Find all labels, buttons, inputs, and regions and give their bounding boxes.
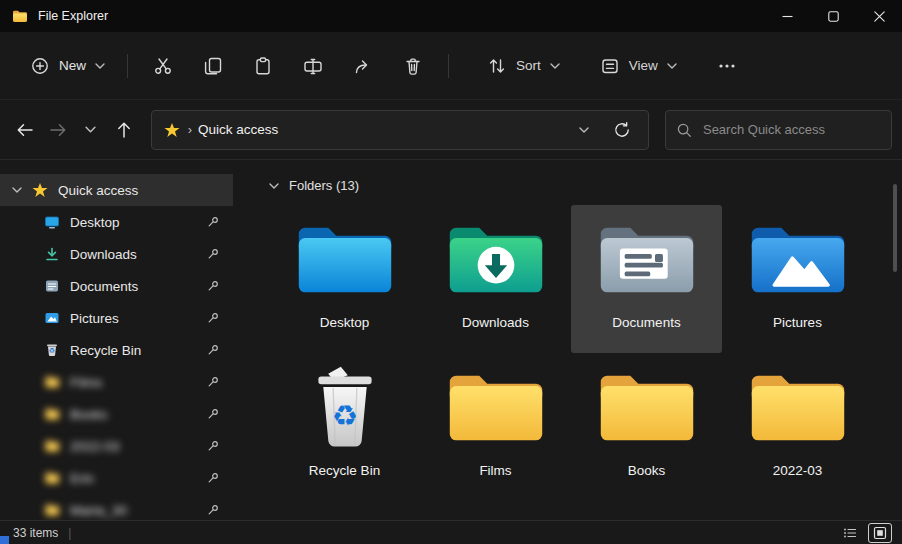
pin-icon [207, 248, 219, 260]
thumbnail-view-icon [873, 526, 887, 540]
recycle-bin-icon: ♻ [303, 360, 387, 452]
pin-icon [207, 216, 219, 228]
paste-button[interactable] [241, 47, 285, 85]
folder-icon [747, 366, 849, 446]
view-button[interactable]: View [588, 47, 689, 85]
up-button[interactable] [108, 113, 141, 147]
documents-icon [44, 278, 60, 294]
folder-tile-pictures[interactable]: Pictures [722, 205, 873, 353]
sidebar-item-label: Erin [70, 471, 94, 486]
pictures-icon [44, 310, 60, 326]
view-toggle-group [838, 523, 892, 543]
sidebar-item-pinned-folder[interactable]: Erin [0, 462, 233, 494]
folder-tile-label: 2022-03 [773, 463, 823, 478]
sidebar-item-pinned-folder[interactable]: Films [0, 366, 233, 398]
folder-tile-desktop[interactable]: Desktop [269, 205, 420, 353]
sidebar-item-pictures[interactable]: Pictures [0, 302, 233, 334]
chevron-down-icon [85, 126, 96, 133]
sidebar-item-label: Documents [70, 279, 138, 294]
sidebar-item-label: Marta_30 [70, 503, 127, 518]
pin-icon [207, 280, 219, 292]
forward-button[interactable] [41, 113, 74, 147]
sidebar-item-documents[interactable]: Documents [0, 270, 233, 302]
toolbar-separator [127, 54, 128, 78]
sidebar-item-downloads[interactable]: Downloads [0, 238, 233, 270]
maximize-icon [828, 11, 839, 22]
cut-button[interactable] [141, 47, 185, 85]
close-button[interactable] [856, 0, 902, 32]
folder-tile-books[interactable]: Books [571, 353, 722, 501]
search-icon [676, 122, 692, 138]
copy-button[interactable] [191, 47, 235, 85]
rename-button[interactable] [291, 47, 335, 85]
back-button[interactable] [8, 113, 41, 147]
pin-icon [207, 376, 219, 388]
pin-icon [207, 504, 219, 516]
folder-tile-label: Documents [612, 315, 680, 330]
folder-tile-recycle-bin[interactable]: ♻ Recycle Bin [269, 353, 420, 501]
folder-tile-label: Downloads [462, 315, 529, 330]
vertical-scrollbar-thumb[interactable] [893, 184, 897, 272]
sidebar-item-label: Quick access [58, 183, 138, 198]
window-title: File Explorer [38, 9, 108, 23]
folder-tile-2022-03[interactable]: 2022-03 [722, 353, 873, 501]
desktop-fragment [0, 536, 9, 544]
refresh-icon [613, 121, 631, 139]
folder-tile-label: Pictures [773, 315, 822, 330]
folder-tile-label: Books [628, 463, 666, 478]
folder-tile-label: Films [479, 463, 511, 478]
sidebar-item-label: Pictures [70, 311, 119, 326]
address-dropdown-button[interactable] [572, 118, 596, 142]
new-button[interactable]: New [18, 47, 117, 85]
sidebar-item-quick-access[interactable]: Quick access [0, 174, 233, 206]
more-button[interactable] [705, 47, 749, 85]
sidebar-item-pinned-folder[interactable]: Books [0, 398, 233, 430]
pin-icon [207, 440, 219, 452]
scissors-icon [153, 56, 173, 76]
redacted-folder-entry: Books [44, 406, 108, 422]
documents-folder-icon [596, 218, 698, 298]
titlebar: File Explorer [0, 0, 902, 32]
rename-icon [303, 56, 323, 76]
folder-tile-label: Recycle Bin [309, 463, 380, 478]
sidebar-item-pinned-folder[interactable]: 2022-03 [0, 430, 233, 462]
maximize-button[interactable] [810, 0, 856, 32]
content-area: Quick access Desktop Downloads [0, 160, 902, 520]
delete-button[interactable] [391, 47, 435, 85]
collapse-chevron-icon[interactable] [269, 183, 279, 189]
folder-tile-downloads[interactable]: Downloads [420, 205, 571, 353]
close-icon [874, 11, 885, 22]
search-input[interactable] [701, 121, 881, 138]
refresh-button[interactable] [606, 114, 638, 146]
quick-access-star-icon [164, 122, 180, 138]
svg-text:♻: ♻ [49, 347, 55, 355]
view-button-label: View [629, 58, 658, 73]
details-view-button[interactable] [838, 523, 862, 543]
folder-icon [596, 366, 698, 446]
sidebar-item-pinned-folder[interactable]: Marta_30 [0, 494, 233, 520]
downloads-folder-icon [445, 218, 547, 298]
desktop-icon [44, 214, 60, 230]
recent-locations-button[interactable] [74, 113, 107, 147]
pictures-folder-icon [747, 218, 849, 298]
minimize-button[interactable] [764, 0, 810, 32]
address-bar[interactable]: › Quick access [151, 110, 649, 150]
sort-button[interactable]: Sort [475, 47, 572, 85]
toolbar: New [0, 32, 902, 100]
folder-icon [44, 406, 60, 422]
share-button[interactable] [341, 47, 385, 85]
folder-tile-films[interactable]: Films [420, 353, 571, 501]
paste-icon [253, 56, 273, 76]
sidebar-item-desktop[interactable]: Desktop [0, 206, 233, 238]
folders-section-header[interactable]: Folders (13) [269, 178, 902, 193]
sidebar-item-label: 2022-03 [70, 439, 120, 454]
sidebar-item-recycle-bin[interactable]: ♻ Recycle Bin [0, 334, 233, 366]
chevron-down-icon[interactable] [12, 187, 22, 193]
breadcrumb-item-quick-access[interactable]: Quick access [198, 122, 278, 137]
new-button-label: New [59, 58, 86, 73]
folder-icon [445, 366, 547, 446]
pin-icon [207, 312, 219, 324]
folder-tile-documents[interactable]: Documents [571, 205, 722, 353]
thumbnail-view-button[interactable] [868, 523, 892, 543]
downloads-icon [44, 246, 60, 262]
